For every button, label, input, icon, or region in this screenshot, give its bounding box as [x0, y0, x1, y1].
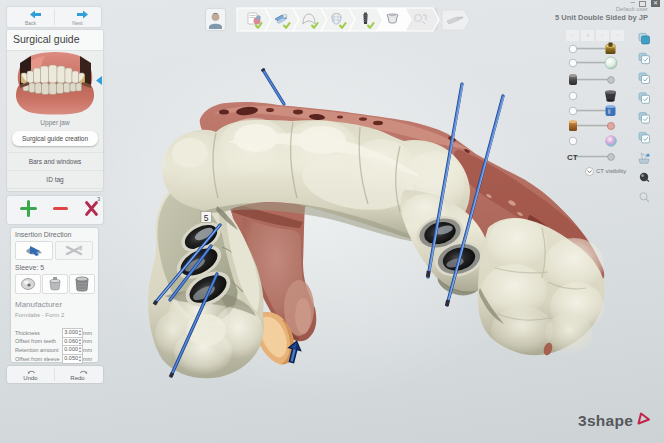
- svg-text:5: 5: [204, 213, 209, 223]
- svg-text:CT: CT: [567, 153, 578, 162]
